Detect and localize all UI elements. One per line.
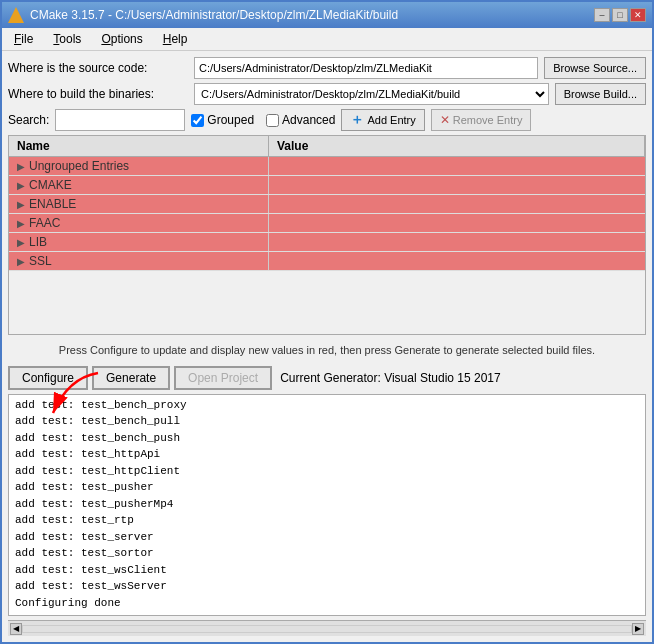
close-button[interactable]: ✕	[630, 8, 646, 22]
expand-arrow-icon: ▶	[17, 161, 25, 172]
grouped-checkbox-item: Grouped	[191, 113, 254, 127]
main-window: CMake 3.15.7 - C:/Users/Administrator/De…	[0, 0, 654, 644]
maximize-button[interactable]: □	[612, 8, 628, 22]
advanced-checkbox[interactable]	[266, 114, 279, 127]
log-line: add test: test_bench_push	[15, 430, 639, 447]
search-input[interactable]	[55, 109, 185, 131]
source-input[interactable]	[194, 57, 538, 79]
checkbox-group: Grouped Advanced	[191, 113, 335, 127]
table-cell-value	[269, 214, 645, 232]
table-cell-value	[269, 233, 645, 251]
menu-bar: File Tools Options Help	[2, 28, 652, 51]
build-select[interactable]: C:/Users/Administrator/Desktop/zlm/ZLMed…	[194, 83, 549, 105]
grouped-checkbox[interactable]	[191, 114, 204, 127]
log-line: add test: test_wsServer	[15, 578, 639, 595]
table-cell-value	[269, 252, 645, 270]
source-row: Where is the source code: Browse Source.…	[8, 57, 646, 79]
log-line: add test: test_sortor	[15, 545, 639, 562]
window-title: CMake 3.15.7 - C:/Users/Administrator/De…	[30, 8, 398, 22]
search-label: Search:	[8, 113, 49, 127]
remove-icon: ✕	[440, 113, 450, 127]
log-line: add test: test_bench_pull	[15, 413, 639, 430]
build-label: Where to build the binaries:	[8, 87, 188, 101]
table-row[interactable]: ▶ Ungrouped Entries	[9, 157, 645, 176]
table-header: Name Value	[9, 136, 645, 157]
log-line: Configuring done	[15, 595, 639, 612]
table-row[interactable]: ▶ CMAKE	[9, 176, 645, 195]
log-line: add test: test_httpApi	[15, 446, 639, 463]
table-row[interactable]: ▶ SSL	[9, 252, 645, 271]
generate-button[interactable]: Generate	[92, 366, 170, 390]
bottom-scroll-bar: ◀ ▶	[8, 620, 646, 636]
cmake-icon	[8, 7, 24, 23]
menu-file[interactable]: File	[6, 30, 41, 48]
log-line: add test: test_rtp	[15, 512, 639, 529]
table-cell-value	[269, 157, 645, 175]
table-row[interactable]: ▶ LIB	[9, 233, 645, 252]
generator-label: Current Generator: Visual Studio 15 2017	[280, 371, 501, 385]
log-content[interactable]: add test: tabadd test: test_bench_proxya…	[9, 395, 645, 615]
minimize-button[interactable]: –	[594, 8, 610, 22]
log-line: add test: test_server	[15, 529, 639, 546]
log-line: add test: test_wsClient	[15, 562, 639, 579]
table-cell-value	[269, 176, 645, 194]
add-icon: ＋	[350, 111, 364, 129]
remove-entry-button[interactable]: ✕ Remove Entry	[431, 109, 532, 131]
table-cell-name: ▶ LIB	[9, 233, 269, 251]
search-row: Search: Grouped Advanced ＋ Add Entry ✕ R…	[8, 109, 646, 131]
scroll-left-button[interactable]: ◀	[10, 623, 22, 635]
table-cell-name: ▶ SSL	[9, 252, 269, 270]
value-column-header: Value	[269, 136, 645, 156]
log-wrapper: add test: tabadd test: test_bench_proxya…	[8, 394, 646, 616]
browse-build-button[interactable]: Browse Build...	[555, 83, 646, 105]
expand-arrow-icon: ▶	[17, 256, 25, 267]
table-cell-name: ▶ Ungrouped Entries	[9, 157, 269, 175]
log-container: add test: tabadd test: test_bench_proxya…	[8, 394, 646, 616]
status-text: Press Configure to update and display ne…	[8, 339, 646, 362]
menu-options[interactable]: Options	[93, 30, 150, 48]
log-line: add test: test_pusherMp4	[15, 496, 639, 513]
expand-arrow-icon: ▶	[17, 237, 25, 248]
main-content: Where is the source code: Browse Source.…	[2, 51, 652, 642]
advanced-label: Advanced	[282, 113, 335, 127]
horizontal-scrollbar[interactable]	[22, 625, 632, 633]
name-column-header: Name	[9, 136, 269, 156]
title-bar-left: CMake 3.15.7 - C:/Users/Administrator/De…	[8, 7, 398, 23]
table-body: ▶ Ungrouped Entries ▶ CMAKE ▶ ENABLE	[9, 157, 645, 334]
remove-entry-label: Remove Entry	[453, 114, 523, 126]
add-entry-label: Add Entry	[367, 114, 415, 126]
title-bar: CMake 3.15.7 - C:/Users/Administrator/De…	[2, 2, 652, 28]
open-project-button[interactable]: Open Project	[174, 366, 272, 390]
title-buttons: – □ ✕	[594, 8, 646, 22]
table-cell-name: ▶ ENABLE	[9, 195, 269, 213]
grouped-label: Grouped	[207, 113, 254, 127]
expand-arrow-icon: ▶	[17, 218, 25, 229]
menu-help[interactable]: Help	[155, 30, 196, 48]
log-line: add test: test_bench_proxy	[15, 397, 639, 414]
scroll-right-button[interactable]: ▶	[632, 623, 644, 635]
menu-tools[interactable]: Tools	[45, 30, 89, 48]
log-line: add test: test_pusher	[15, 479, 639, 496]
table-cell-value	[269, 195, 645, 213]
table-row[interactable]: ▶ ENABLE	[9, 195, 645, 214]
browse-source-button[interactable]: Browse Source...	[544, 57, 646, 79]
configure-button[interactable]: Configure	[8, 366, 88, 390]
action-buttons-row: Configure Generate Open Project Current …	[8, 366, 646, 390]
expand-arrow-icon: ▶	[17, 199, 25, 210]
add-entry-button[interactable]: ＋ Add Entry	[341, 109, 424, 131]
table-cell-name: ▶ CMAKE	[9, 176, 269, 194]
source-label: Where is the source code:	[8, 61, 188, 75]
expand-arrow-icon: ▶	[17, 180, 25, 191]
entries-table: Name Value ▶ Ungrouped Entries ▶ CMAKE	[8, 135, 646, 335]
log-line: add test: test_httpClient	[15, 463, 639, 480]
table-row[interactable]: ▶ FAAC	[9, 214, 645, 233]
build-row: Where to build the binaries: C:/Users/Ad…	[8, 83, 646, 105]
table-cell-name: ▶ FAAC	[9, 214, 269, 232]
advanced-checkbox-item: Advanced	[266, 113, 335, 127]
